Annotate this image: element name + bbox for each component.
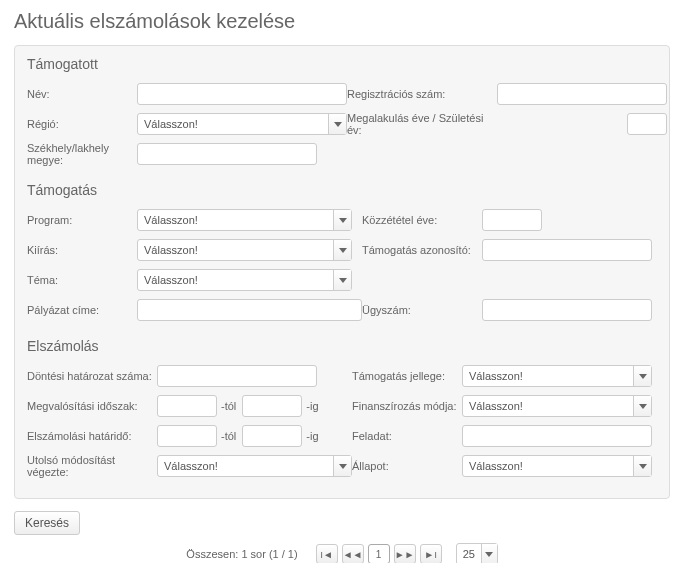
status-select[interactable]: Válasszon!	[462, 455, 652, 477]
name-input[interactable]	[137, 83, 347, 105]
from-suffix-2: -tól	[221, 430, 236, 442]
section-supported: Támogatott	[27, 56, 657, 72]
pager-prev[interactable]: ◄◄	[342, 544, 364, 563]
label-seat: Székhely/lakhely megye:	[27, 142, 137, 166]
to-suffix: -ig	[306, 400, 318, 412]
chevron-down-icon	[333, 240, 351, 260]
label-task: Feladat:	[352, 430, 462, 442]
from-suffix: -tól	[221, 400, 236, 412]
chevron-down-icon	[633, 366, 651, 386]
label-deadline: Elszámolási határidő:	[27, 430, 157, 442]
page-title: Aktuális elszámolások kezelése	[14, 10, 670, 33]
chevron-down-icon	[633, 396, 651, 416]
label-pubyear: Közzététel éve:	[362, 214, 482, 226]
nature-select-value: Válasszon!	[463, 370, 633, 382]
topic-select[interactable]: Válasszon!	[137, 269, 352, 291]
section-settlement: Elszámolás	[27, 338, 657, 354]
founding-input[interactable]	[627, 113, 667, 135]
lastmod-select[interactable]: Válasszon!	[157, 455, 352, 477]
program-select-value: Válasszon!	[138, 214, 333, 226]
label-nature: Támogatás jellege:	[352, 370, 462, 382]
caseno-input[interactable]	[482, 299, 652, 321]
chevron-down-icon	[328, 114, 346, 134]
chevron-down-icon	[633, 456, 651, 476]
chevron-down-icon	[481, 544, 497, 563]
label-finance: Finanszírozás módja:	[352, 400, 462, 412]
deadline-to-input[interactable]	[242, 425, 302, 447]
region-select[interactable]: Válasszon!	[137, 113, 347, 135]
label-status: Állapot:	[352, 460, 462, 472]
deadline-from-input[interactable]	[157, 425, 217, 447]
region-select-value: Válasszon!	[138, 118, 328, 130]
label-call: Kiírás:	[27, 244, 137, 256]
chevron-down-icon	[333, 210, 351, 230]
to-suffix-2: -ig	[306, 430, 318, 442]
topic-select-value: Válasszon!	[138, 274, 333, 286]
period-to-input[interactable]	[242, 395, 302, 417]
search-button[interactable]: Keresés	[14, 511, 80, 535]
label-name: Név:	[27, 88, 137, 100]
pager: Összesen: 1 sor (1 / 1) ı◄ ◄◄ 1 ►► ►ı 25	[14, 543, 670, 563]
pager-page-1[interactable]: 1	[368, 544, 390, 563]
call-select[interactable]: Válasszon!	[137, 239, 352, 261]
lastmod-select-value: Válasszon!	[158, 460, 333, 472]
decision-input[interactable]	[157, 365, 317, 387]
label-decision: Döntési határozat száma:	[27, 370, 157, 382]
period-from-input[interactable]	[157, 395, 217, 417]
pager-next[interactable]: ►►	[394, 544, 416, 563]
supportid-input[interactable]	[482, 239, 652, 261]
apptitle-input[interactable]	[137, 299, 362, 321]
label-founding: Megalakulás éve / Születési év:	[347, 112, 497, 136]
chevron-down-icon	[333, 456, 351, 476]
finance-select[interactable]: Válasszon!	[462, 395, 652, 417]
label-topic: Téma:	[27, 274, 137, 286]
chevron-down-icon	[333, 270, 351, 290]
label-region: Régió:	[27, 118, 137, 130]
label-reg: Regisztrációs szám:	[347, 88, 497, 100]
nature-select[interactable]: Válasszon!	[462, 365, 652, 387]
pager-total: Összesen: 1 sor (1 / 1)	[186, 548, 297, 560]
pubyear-input[interactable]	[482, 209, 542, 231]
label-apptitle: Pályázat címe:	[27, 304, 137, 316]
program-select[interactable]: Válasszon!	[137, 209, 352, 231]
label-supportid: Támogatás azonosító:	[362, 244, 482, 256]
status-select-value: Válasszon!	[463, 460, 633, 472]
label-lastmod: Utolsó módosítást végezte:	[27, 454, 157, 478]
seat-input[interactable]	[137, 143, 317, 165]
pager-size-value: 25	[457, 548, 481, 560]
pager-last[interactable]: ►ı	[420, 544, 442, 563]
label-period: Megvalósítási időszak:	[27, 400, 157, 412]
label-caseno: Ügyszám:	[362, 304, 482, 316]
pager-size-select[interactable]: 25	[456, 543, 498, 563]
finance-select-value: Válasszon!	[463, 400, 633, 412]
label-program: Program:	[27, 214, 137, 226]
call-select-value: Válasszon!	[138, 244, 333, 256]
pager-first[interactable]: ı◄	[316, 544, 338, 563]
reg-input[interactable]	[497, 83, 667, 105]
section-support: Támogatás	[27, 182, 657, 198]
task-input[interactable]	[462, 425, 652, 447]
filter-panel: Támogatott Név: Régió: Válasszon! Székhe…	[14, 45, 670, 499]
